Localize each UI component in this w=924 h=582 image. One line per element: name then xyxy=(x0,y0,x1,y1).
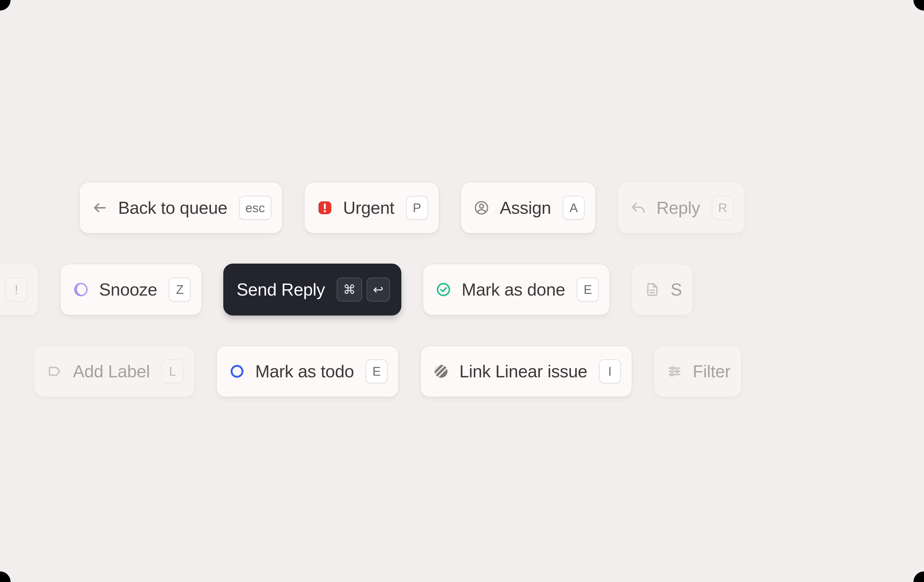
action-row-2: s spam ! Snooze Z Send Reply ⌘ ↩ Mark as… xyxy=(0,263,693,316)
reply-arrow-icon xyxy=(630,200,646,215)
user-circle-icon xyxy=(474,200,489,215)
kbd-e2: E xyxy=(366,359,388,383)
filter-button[interactable]: Filter xyxy=(653,345,742,397)
link-linear-label: Link Linear issue xyxy=(459,362,587,381)
svg-point-5 xyxy=(480,204,483,208)
document-label: S xyxy=(671,280,682,299)
arrow-left-icon xyxy=(92,200,107,215)
urgent-button[interactable]: Urgent P xyxy=(304,182,439,234)
kbd-z: Z xyxy=(169,278,191,302)
svg-point-12 xyxy=(435,365,447,378)
mark-done-label: Mark as done xyxy=(462,280,565,299)
kbd-enter: ↩ xyxy=(366,278,390,302)
link-linear-button[interactable]: Link Linear issue I xyxy=(420,345,632,397)
snooze-button[interactable]: Snooze Z xyxy=(60,263,202,316)
svg-point-3 xyxy=(323,210,326,212)
linear-icon xyxy=(433,363,449,379)
snooze-label: Snooze xyxy=(99,280,157,299)
kbd-r: R xyxy=(712,196,734,220)
send-reply-label: Send Reply xyxy=(236,280,325,299)
document-icon xyxy=(645,282,660,297)
svg-point-21 xyxy=(671,373,673,376)
svg-point-7 xyxy=(437,284,449,295)
back-to-queue-button[interactable]: Back to queue esc xyxy=(79,182,283,234)
svg-rect-2 xyxy=(324,204,325,209)
mark-todo-button[interactable]: Mark as todo E xyxy=(216,345,399,397)
add-label-label: Add Label xyxy=(73,362,150,381)
svg-point-19 xyxy=(671,367,674,369)
action-row-1: Back to queue esc Urgent P Assign A Repl… xyxy=(79,182,745,234)
send-reply-button[interactable]: Send Reply ⌘ ↩ xyxy=(223,263,401,316)
kbd-p: P xyxy=(406,196,428,220)
svg-point-20 xyxy=(676,370,678,373)
kbd-cmd: ⌘ xyxy=(337,278,362,302)
kbd-esc: esc xyxy=(239,196,271,220)
document-button[interactable]: S xyxy=(631,263,693,316)
reply-label: Reply xyxy=(657,198,700,218)
assign-label: Assign xyxy=(500,198,551,218)
assign-button[interactable]: Assign A xyxy=(460,182,596,234)
mark-spam-button[interactable]: s spam ! xyxy=(0,263,39,316)
kbd-exclaim: ! xyxy=(5,278,27,302)
circle-outline-icon xyxy=(229,363,245,379)
moon-icon xyxy=(73,282,89,297)
add-label-button[interactable]: Add Label L xyxy=(34,345,195,397)
mark-done-button[interactable]: Mark as done E xyxy=(422,263,610,316)
back-to-queue-label: Back to queue xyxy=(118,198,228,218)
filter-label: Filter xyxy=(693,362,731,381)
kbd-a: A xyxy=(563,196,585,220)
urgent-label: Urgent xyxy=(343,198,394,218)
kbd-e: E xyxy=(577,278,599,302)
kbd-l: L xyxy=(162,359,183,383)
svg-point-10 xyxy=(231,366,242,376)
check-circle-icon xyxy=(436,282,451,297)
sliders-icon xyxy=(667,363,682,379)
reply-button[interactable]: Reply R xyxy=(617,182,745,234)
urgent-icon xyxy=(317,200,333,215)
kbd-i: I xyxy=(599,359,621,383)
tag-icon xyxy=(47,363,62,379)
action-row-3: Add Label L Mark as todo E Link Linear i… xyxy=(34,345,742,397)
mark-todo-label: Mark as todo xyxy=(255,362,354,381)
